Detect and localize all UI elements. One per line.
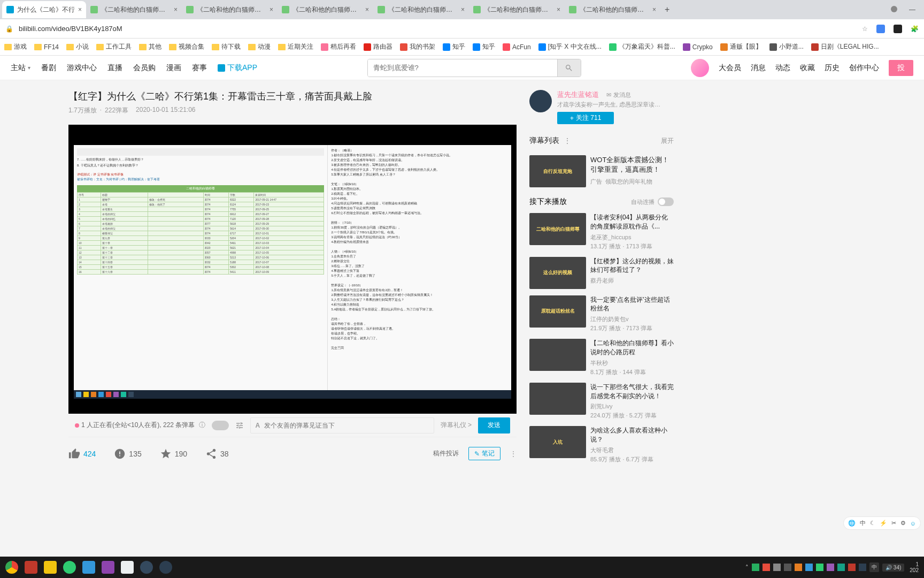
browser-tab[interactable]: 《二哈和他的白猫师尊》肉包不...×: [373, 1, 469, 18]
fav-button[interactable]: 190: [160, 448, 187, 460]
rec-item[interactable]: 【二哈和他的白猫师尊】看小说时的心路历程 半秋秒 8.1万 播放 · 144 弹…: [529, 339, 674, 376]
info-icon[interactable]: ⓘ: [199, 421, 205, 430]
netease-icon[interactable]: [22, 559, 40, 576]
up-name[interactable]: 蓝先生蓝铭道: [557, 90, 599, 100]
smile-icon[interactable]: ☺: [910, 520, 916, 527]
app-icon[interactable]: [99, 559, 117, 576]
coin-button[interactable]: 135: [114, 448, 141, 460]
nav-esport[interactable]: 赛事: [192, 63, 207, 73]
side-float-panel[interactable]: 🌐 中 ☾ ⚡ ✂ ⚙ ☺: [843, 516, 921, 530]
nav-feed[interactable]: 动态: [775, 63, 790, 73]
bookmark-item[interactable]: 《万象霜天》科普...: [609, 42, 675, 51]
bookmark-folder[interactable]: 待下载: [212, 42, 241, 51]
close-icon[interactable]: ×: [78, 6, 82, 13]
autoplay-toggle[interactable]: [658, 197, 674, 206]
browser-tab[interactable]: 《二哈和他的白猫师尊》肉包不...×: [182, 1, 278, 18]
bookmark-folder[interactable]: FF14: [34, 43, 59, 51]
rec-item[interactable]: 二哈和他的白猫师尊 【读者安利04】从两极分化的角度解读原耽作品《... 老巫婆…: [529, 213, 674, 250]
report-link[interactable]: 稿件投诉: [433, 449, 459, 458]
nav-live[interactable]: 直播: [107, 63, 122, 73]
note-button[interactable]: ✎笔记: [468, 447, 500, 460]
ext-icon[interactable]: [876, 25, 885, 33]
flash-icon[interactable]: ⚡: [880, 520, 887, 527]
wechat-icon[interactable]: [61, 559, 78, 576]
nav-history[interactable]: 历史: [825, 63, 840, 73]
bookmark-item[interactable]: 路由器: [364, 42, 392, 51]
close-icon[interactable]: ×: [270, 6, 273, 13]
tray-icon[interactable]: [859, 564, 866, 571]
gear-icon[interactable]: ⚙: [900, 520, 906, 527]
browser-tab[interactable]: 为什么《二哈》不行×: [2, 1, 86, 18]
video-player[interactable]: 7. ......你好好我来好，你做什人，示取做养好？ 8. 干吧玩意儿？还不让…: [68, 125, 517, 414]
rec-item[interactable]: 原耽超话粉丝名 我一定要'点名批评'这些超话粉丝名 江停的奶黄包v 21.9万 …: [529, 295, 674, 333]
globe-icon[interactable]: 🌐: [848, 520, 856, 527]
bookmark-item[interactable]: 日剧《LEGAL HIG...: [811, 42, 879, 51]
star-icon[interactable]: ☆: [862, 25, 868, 33]
new-tab-button[interactable]: +: [665, 5, 669, 14]
close-icon[interactable]: ×: [174, 6, 178, 13]
search-button[interactable]: [557, 59, 581, 77]
minimize-icon[interactable]: —: [909, 6, 915, 13]
clip-icon[interactable]: ✂: [891, 520, 896, 527]
danmu-input[interactable]: [264, 422, 429, 429]
danmu-settings-icon[interactable]: [235, 421, 244, 430]
extensions-icon[interactable]: 🧩: [911, 25, 919, 33]
nav-shop[interactable]: 会员购: [133, 63, 156, 73]
account-icon[interactable]: [891, 6, 897, 12]
browser-tab[interactable]: 《二哈和他的白猫师尊》肉包不...×: [86, 1, 182, 18]
ad-card[interactable]: 自行反坦克炮 WOT全新版本震撼公测！引擎重置，逼真画质！ 广告 领取您的周年礼…: [529, 155, 674, 187]
bookmark-folder[interactable]: 小说: [66, 42, 89, 51]
more-icon[interactable]: ⋮: [564, 136, 571, 145]
send-msg-link[interactable]: ✉发消息: [606, 91, 631, 99]
tray-icon[interactable]: [848, 564, 856, 571]
clock[interactable]: 1202: [907, 561, 921, 573]
nav-fav[interactable]: 收藏: [800, 63, 815, 73]
share-button[interactable]: 38: [205, 448, 229, 460]
nav-msg[interactable]: 消息: [751, 63, 766, 73]
browser-tab[interactable]: 《二哈和他的白猫师尊》肉包不...×: [565, 1, 660, 18]
tray-icon[interactable]: [837, 564, 845, 571]
like-button[interactable]: 424: [68, 448, 96, 460]
download-app-button[interactable]: 下载APP: [218, 63, 257, 73]
close-icon[interactable]: ×: [461, 6, 465, 13]
upload-button[interactable]: 投: [889, 60, 913, 76]
tray-icon[interactable]: [773, 564, 781, 571]
bookmark-item[interactable]: 我的书架: [400, 42, 435, 51]
moon-icon[interactable]: ☾: [870, 520, 875, 527]
explorer-icon[interactable]: [42, 559, 59, 576]
bookmark-item[interactable]: 知乎: [443, 42, 465, 51]
search-input[interactable]: [368, 59, 557, 77]
bookmark-item[interactable]: [知乎 X 中文在线...: [538, 42, 602, 51]
lock-icon[interactable]: 🔒: [5, 25, 13, 33]
close-icon[interactable]: ×: [652, 6, 656, 13]
url-text[interactable]: bilibili.com/video/BV1BK4y187oM: [19, 25, 857, 33]
danmu-toggle[interactable]: [212, 421, 229, 430]
rec-item[interactable]: 这么好的视频 【红楼梦】这么好的视频，妹妹们可都看过了？ 蔡丹老师: [529, 257, 674, 289]
expand-button[interactable]: 展开: [661, 136, 674, 146]
bookmark-folder[interactable]: 其他: [139, 42, 161, 51]
bookmark-folder[interactable]: 近期关注: [278, 42, 313, 51]
tray-icon[interactable]: [752, 564, 759, 571]
bookmark-item[interactable]: 知乎: [473, 42, 495, 51]
app-icon[interactable]: [138, 559, 155, 576]
bookmark-item[interactable]: AcFun: [503, 43, 531, 51]
nav-anime[interactable]: 番剧: [41, 63, 56, 73]
tray-icon[interactable]: [805, 564, 813, 571]
tray-icon[interactable]: [784, 564, 791, 571]
nav-manga[interactable]: 漫画: [166, 63, 181, 73]
ext-icon[interactable]: [894, 25, 902, 33]
bookmark-folder[interactable]: 视频合集: [169, 42, 204, 51]
nav-create[interactable]: 创作中心: [849, 63, 879, 73]
obs-icon[interactable]: [157, 559, 174, 576]
bookmark-item[interactable]: 通贩【眼】: [720, 42, 762, 51]
tray-icon[interactable]: [763, 564, 770, 571]
bookmark-item[interactable]: 稍后再看: [321, 42, 356, 51]
close-icon[interactable]: ×: [557, 6, 560, 13]
browser-tab[interactable]: 《二哈和他的白猫师尊》肉包不...×: [278, 1, 373, 18]
close-icon[interactable]: ×: [365, 6, 369, 13]
bookmark-folder[interactable]: 游戏: [4, 42, 27, 51]
browser-tab[interactable]: 《二哈和他的白猫师尊》肉包不...×: [469, 1, 565, 18]
tray-icon[interactable]: [795, 564, 802, 571]
rec-item[interactable]: 说一下那些名气很大，我看完后感觉名不副实的小说！ 剧荒Livy 224.0万 播…: [529, 383, 674, 420]
bookmark-folder[interactable]: 工作工具: [96, 42, 132, 51]
